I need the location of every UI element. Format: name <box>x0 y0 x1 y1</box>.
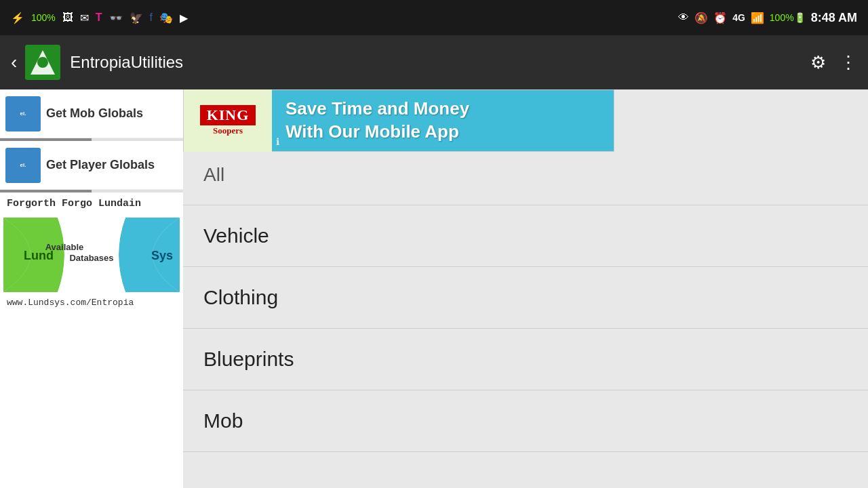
ad-text: Save Time and MoneyWith Our Mobile App <box>272 98 483 144</box>
battery-icon: 100% <box>31 12 56 23</box>
tmobile-icon: T <box>96 12 102 24</box>
list-item-all[interactable]: All <box>183 157 868 205</box>
battery-right: 100% 🔋 <box>770 12 806 23</box>
list-item-mob[interactable]: Mob <box>183 390 868 452</box>
settings-icon[interactable]: ⚙ <box>810 52 826 73</box>
app-title: EntropiaUtilities <box>70 53 810 72</box>
svg-point-2 <box>37 57 48 68</box>
svg-text:Sys: Sys <box>151 249 173 262</box>
facebook-icon: f <box>150 12 153 24</box>
eye-icon: 👁 <box>678 12 689 24</box>
king-soopers-logo: KING Soopers <box>184 89 272 152</box>
user-name: Forgorth Forgo Lundain <box>0 192 183 215</box>
sidebar-url: www.Lundsys.com/Entropia <box>0 295 183 310</box>
sidebar: el. Get Mob Globals el. Get Player Globa… <box>0 89 183 488</box>
king-text: KING <box>200 105 256 125</box>
list-item-clothing[interactable]: Clothing <box>183 267 868 329</box>
get-player-label: Get Player Globals <box>46 158 155 172</box>
main-content: el. Get Mob Globals el. Get Player Globa… <box>0 89 868 488</box>
play-icon: ▶ <box>180 12 188 24</box>
status-bar: ⚡ 100% 🖼 ✉ T 👓 🦅 f 🎭 ▶ 👁 🔕 ⏰ 4G 📶 100% 🔋… <box>0 0 868 35</box>
back-button[interactable]: ‹ <box>11 52 17 73</box>
mute-icon: 🔕 <box>694 12 708 24</box>
lund-db-card[interactable]: Lund Available Databases Sys <box>3 218 180 292</box>
app-bar: ‹ EntropiaUtilities ⚙ ⋮ <box>0 35 868 89</box>
ad-info-icon: ℹ <box>276 136 279 147</box>
king-logo-box: KING Soopers <box>191 100 265 141</box>
get-player-thumb: el. <box>5 148 41 183</box>
app-icon-1: 👓 <box>109 12 123 24</box>
usb-icon: ⚡ <box>11 12 24 24</box>
toolbar-right: ⚙ ⋮ <box>810 52 857 73</box>
sidebar-item-get-player[interactable]: el. Get Player Globals <box>0 141 183 190</box>
clock: 8:48 AM <box>811 11 857 25</box>
ad-banner[interactable]: KING Soopers Save Time and MoneyWith Our… <box>183 89 614 152</box>
app-logo <box>25 45 60 80</box>
list-item-vehicle[interactable]: Vehicle <box>183 205 868 267</box>
more-options-icon[interactable]: ⋮ <box>840 52 857 73</box>
network-type: 4G <box>732 12 745 23</box>
get-mob-label: Get Mob Globals <box>46 106 143 121</box>
mail-icon: ✉ <box>80 12 89 24</box>
status-right: 👁 🔕 ⏰ 4G 📶 100% 🔋 8:48 AM <box>678 11 857 25</box>
sidebar-item-get-mob[interactable]: el. Get Mob Globals <box>0 89 183 138</box>
soopers-text: Soopers <box>213 125 243 136</box>
status-left: ⚡ 100% 🖼 ✉ T 👓 🦅 f 🎭 ▶ <box>11 12 188 24</box>
get-mob-thumb: el. <box>5 96 41 131</box>
app-logo-inner <box>25 45 60 80</box>
alarm-icon: ⏰ <box>713 12 727 24</box>
list-item-blueprints[interactable]: Blueprints <box>183 329 868 390</box>
app-icon-3: 🎭 <box>159 12 173 24</box>
svg-text:Available: Available <box>45 242 84 252</box>
app-icon-2: 🦅 <box>130 12 143 24</box>
svg-text:Databases: Databases <box>69 253 113 263</box>
signal-icon: 📶 <box>751 12 764 24</box>
photo-icon: 🖼 <box>62 12 73 24</box>
battery-right-percent: 100% <box>770 12 794 23</box>
battery-percent: 100% <box>31 12 56 23</box>
